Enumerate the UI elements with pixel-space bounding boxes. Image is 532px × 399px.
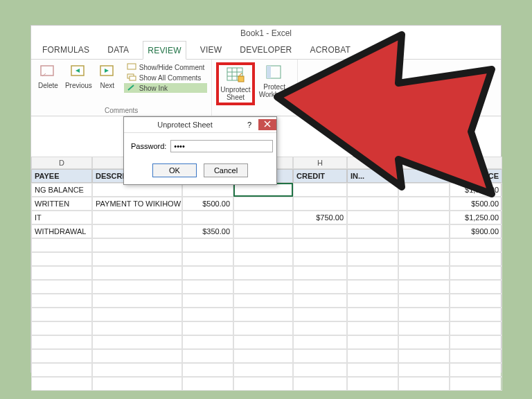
cell[interactable] [182,349,233,363]
cell[interactable] [31,280,92,294]
cell[interactable] [92,321,182,335]
cell[interactable] [450,349,502,363]
cell[interactable]: WITHDRAWAL [31,224,92,238]
cell[interactable]: $750.00 [293,211,347,224]
cell[interactable] [233,252,293,266]
cell[interactable] [398,211,450,224]
cell[interactable] [347,280,398,294]
cell[interactable] [398,183,450,197]
spreadsheet[interactable]: D E F G H I J K PAYEE DESCRIPTION DEBIT … [31,157,501,391]
cell[interactable] [233,363,293,377]
cell[interactable]: PAYMENT TO WIKIHOW [92,197,182,211]
cell[interactable]: $1,000.00 [450,183,502,197]
cell[interactable]: IT [31,211,92,224]
cell[interactable] [450,294,502,308]
delete-comment-button[interactable]: Delete [35,62,61,91]
cell[interactable] [450,363,502,377]
cell[interactable] [31,321,92,335]
cell[interactable] [293,266,347,280]
cell[interactable] [293,224,347,238]
cell[interactable] [92,280,182,294]
cell[interactable]: $350.00 [182,224,233,238]
cell[interactable] [31,238,92,252]
cell[interactable] [182,280,233,294]
cancel-button[interactable]: Cancel [204,163,248,177]
cell[interactable] [182,238,233,252]
cell[interactable] [92,294,182,308]
cell[interactable] [182,294,233,308]
cell[interactable] [233,238,293,252]
cell[interactable] [182,363,233,377]
tab-acrobat[interactable]: ACROBAT [306,41,355,59]
cell[interactable] [92,363,182,377]
cell[interactable] [347,224,398,238]
cell[interactable] [293,197,347,211]
cell[interactable] [92,252,182,266]
cell[interactable] [31,266,92,280]
cell[interactable] [233,211,293,224]
cell[interactable] [347,363,398,377]
cell[interactable] [398,266,450,280]
cell[interactable] [398,294,450,308]
dialog-help-button[interactable]: ? [240,119,258,130]
header-cell[interactable]: CREDIT [293,169,347,183]
header-cell[interactable]: PAYEE [31,169,92,183]
cell[interactable] [31,349,92,363]
cell[interactable]: WRITTEN [31,197,92,211]
cell[interactable] [347,294,398,308]
cell[interactable] [182,308,233,321]
cell[interactable]: NG BALANCE [31,183,92,197]
cell[interactable] [450,308,502,321]
cell[interactable]: $500.00 [450,197,502,211]
cell[interactable] [398,349,450,363]
cell[interactable] [293,294,347,308]
cell[interactable] [233,349,293,363]
cell[interactable] [92,266,182,280]
cell[interactable] [450,252,502,266]
cell[interactable] [92,377,182,391]
cell[interactable] [398,238,450,252]
cell[interactable] [450,377,502,391]
header-cell[interactable]: IN... [347,169,398,183]
protect-workbook-button[interactable]: Protect Workbook [256,62,293,100]
col-header[interactable]: H [293,157,347,169]
cell[interactable] [182,183,233,197]
cell[interactable] [182,266,233,280]
cell[interactable] [233,308,293,321]
cell[interactable] [92,183,182,197]
cell[interactable] [92,349,182,363]
cell[interactable] [398,280,450,294]
cell[interactable] [182,377,233,391]
cell[interactable] [92,335,182,349]
cell[interactable] [233,197,293,211]
cell[interactable] [233,224,293,238]
show-ink-button[interactable]: Show Ink [124,83,207,93]
cell[interactable] [293,238,347,252]
cell[interactable] [182,211,233,224]
cell[interactable] [31,294,92,308]
cell[interactable] [347,211,398,224]
col-header[interactable]: J [398,157,450,169]
cell[interactable] [31,335,92,349]
show-hide-comment-button[interactable]: Show/Hide Comment [124,62,207,72]
cell[interactable] [233,377,293,391]
cell[interactable] [31,308,92,321]
cell[interactable] [293,335,347,349]
header-cell[interactable] [398,169,450,183]
cell[interactable] [450,335,502,349]
cell[interactable] [293,363,347,377]
cell[interactable] [31,252,92,266]
cell[interactable] [347,308,398,321]
cell[interactable] [182,252,233,266]
cell[interactable] [398,377,450,391]
cell[interactable] [450,266,502,280]
cell[interactable] [398,321,450,335]
cell[interactable] [92,224,182,238]
previous-comment-button[interactable]: Previous [62,62,95,91]
cell[interactable] [293,280,347,294]
cell[interactable] [347,183,398,197]
tab-data[interactable]: DATA [103,41,133,59]
show-all-comments-button[interactable]: Show All Comments [124,73,207,82]
cell[interactable] [450,280,502,294]
cell[interactable]: $1,250.00 [450,211,502,224]
